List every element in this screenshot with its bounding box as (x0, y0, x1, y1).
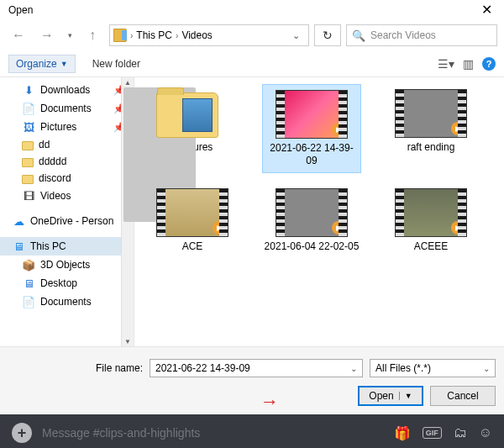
folder-icon (22, 141, 34, 150)
sidebar-item-folder[interactable]: dd (0, 136, 134, 153)
breadcrumb-thispc[interactable]: This PC (136, 29, 172, 41)
gif-icon[interactable]: GIF (423, 427, 442, 439)
cloud-icon (12, 214, 25, 228)
video-thumb: ▶ (276, 90, 348, 139)
video-thumb: ▶ (395, 89, 467, 138)
preview-pane-icon[interactable]: ▥ (463, 57, 474, 71)
file-list: Captures ▶ 2021-06-22 14-39-09 ▶ raft en… (134, 77, 504, 346)
navigation-tree: Downloads📌 Documents📌 Pictures📌 dd ddddd… (0, 77, 134, 346)
desktop-icon (22, 277, 35, 290)
gift-icon[interactable]: 🎁 (394, 425, 411, 441)
new-folder-button[interactable]: New folder (92, 58, 140, 70)
document-icon (22, 295, 35, 308)
file-item-video[interactable]: ▶ raft ending (381, 84, 480, 173)
sidebar-item-documents[interactable]: Documents (0, 293, 134, 311)
scrollbar[interactable]: ▲ ▼ (121, 77, 134, 346)
file-item-video[interactable]: ▶ ACEEE (381, 183, 480, 258)
breadcrumb-videos[interactable]: Videos (181, 29, 212, 41)
filename-input[interactable]: 2021-06-22 14-39-09 ⌄ (150, 359, 363, 377)
file-label: ACE (182, 240, 203, 253)
up-button[interactable]: ↑ (81, 25, 104, 45)
play-icon: ▶ (213, 221, 226, 235)
emoji-icon[interactable]: ☺ (479, 425, 492, 440)
annotation-arrow (260, 391, 276, 413)
close-icon[interactable]: ✕ (476, 3, 497, 17)
sidebar-item-3dobjects[interactable]: 3D Objects (0, 256, 134, 274)
search-input[interactable]: 🔍 Search Videos (346, 24, 497, 46)
file-filter-dropdown[interactable]: All Files (*.*) ⌄ (370, 359, 496, 377)
objects-icon (22, 258, 35, 271)
chevron-down-icon[interactable]: ⌄ (350, 364, 357, 373)
folder-icon (113, 29, 127, 42)
sidebar-item-onedrive[interactable]: OneDrive - Person (0, 212, 134, 230)
video-thumb: ▶ (156, 188, 228, 237)
file-label: ACEEE (414, 240, 449, 253)
video-thumb: ▶ (276, 188, 348, 237)
chevron-down-icon: ⌄ (483, 364, 490, 373)
view-menu-icon[interactable]: ☰▾ (438, 57, 454, 71)
sidebar-item-folder[interactable]: ddddd (0, 153, 134, 170)
file-label: raft ending (407, 141, 455, 154)
play-icon: ▶ (451, 122, 465, 135)
sidebar-item-downloads[interactable]: Downloads📌 (0, 81, 134, 99)
chevron-down-icon: ▼ (60, 60, 68, 68)
sidebar-item-thispc[interactable]: This PC (0, 237, 134, 256)
sidebar-item-folder[interactable]: discord (0, 170, 134, 187)
sidebar-item-pictures[interactable]: Pictures📌 (0, 118, 134, 136)
video-thumb: ▶ (395, 188, 467, 237)
chevron-right-icon: › (130, 31, 133, 40)
sticker-icon[interactable]: 🗂 (454, 425, 467, 440)
history-dropdown[interactable]: ▾ (64, 31, 76, 40)
folder-icon (156, 92, 218, 138)
file-label: 2021-06-04 22-02-05 (265, 240, 360, 253)
breadcrumb[interactable]: › This PC › Videos ⌄ (109, 24, 309, 46)
pc-icon (12, 240, 25, 253)
play-icon: ▶ (332, 123, 345, 136)
organize-button[interactable]: Organize ▼ (8, 55, 76, 73)
file-item-video[interactable]: ▶ ACE (143, 183, 242, 258)
picture-icon (22, 120, 35, 134)
chevron-right-icon: › (176, 31, 178, 40)
search-placeholder: Search Videos (370, 29, 436, 41)
back-button[interactable]: ← (7, 25, 30, 45)
discord-message-bar: + Message #clips-and-highlights 🎁 GIF 🗂 … (0, 414, 504, 448)
message-input[interactable]: Message #clips-and-highlights (42, 426, 384, 440)
scroll-up-icon[interactable]: ▲ (122, 77, 134, 87)
folder-icon (22, 158, 34, 167)
file-item-video[interactable]: ▶ 2021-06-22 14-39-09 (262, 84, 361, 173)
cancel-button[interactable]: Cancel (430, 386, 496, 406)
forward-button[interactable]: → (35, 25, 59, 45)
sidebar-item-desktop[interactable]: Desktop (0, 274, 134, 293)
open-button[interactable]: Open▼ (358, 386, 423, 406)
help-icon[interactable]: ? (482, 57, 496, 71)
chevron-down-icon[interactable]: ▼ (399, 392, 412, 400)
search-icon: 🔍 (352, 29, 365, 42)
sidebar-item-videos[interactable]: Videos (0, 187, 134, 205)
window-title: Open (8, 4, 33, 16)
download-icon (22, 83, 35, 97)
play-icon: ▶ (451, 221, 465, 235)
video-icon (22, 189, 35, 203)
file-label: 2021-06-22 14-39-09 (265, 142, 359, 167)
scroll-down-icon[interactable]: ▼ (122, 336, 134, 346)
document-icon (22, 102, 35, 115)
filename-label: File name: (8, 362, 143, 374)
file-item-video[interactable]: ▶ 2021-06-04 22-02-05 (262, 183, 361, 258)
folder-icon (22, 175, 34, 184)
refresh-button[interactable]: ↻ (314, 24, 341, 46)
sidebar-item-documents[interactable]: Documents📌 (0, 99, 134, 118)
attach-button[interactable]: + (12, 423, 32, 443)
play-icon: ▶ (332, 221, 345, 235)
chevron-down-icon[interactable]: ⌄ (287, 30, 305, 41)
